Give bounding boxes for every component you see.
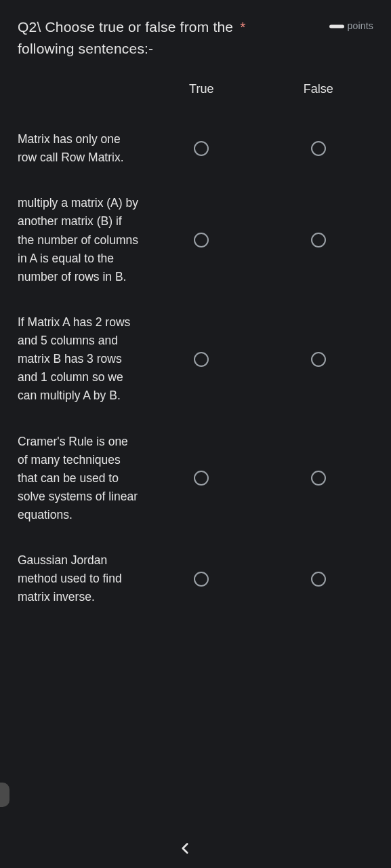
radio-cell bbox=[146, 419, 257, 538]
question-title: 00 popoints Q2\ Choose true or false fro… bbox=[18, 16, 373, 59]
question-title-line1: Q2\ Choose true or false from the bbox=[18, 19, 233, 35]
row-label: multiply a matrix (A) by another matrix … bbox=[18, 180, 140, 300]
radio-cell bbox=[264, 180, 374, 300]
grid-corner-blank bbox=[18, 90, 140, 110]
row-label: Cramer's Rule is one of many techniques … bbox=[18, 419, 140, 538]
radio-cell bbox=[264, 538, 374, 620]
column-header-false: False bbox=[264, 82, 374, 117]
radio-true[interactable] bbox=[194, 141, 209, 156]
points-indicator: 00 popoints bbox=[332, 19, 373, 33]
radio-true[interactable] bbox=[194, 233, 209, 248]
radio-false[interactable] bbox=[311, 572, 326, 587]
radio-true[interactable] bbox=[194, 471, 209, 486]
column-header-true: True bbox=[146, 82, 257, 117]
radio-cell bbox=[146, 300, 257, 419]
radio-true[interactable] bbox=[194, 352, 209, 367]
radio-cell bbox=[264, 419, 374, 538]
radio-false[interactable] bbox=[311, 233, 326, 248]
row-label: Gaussian Jordan method used to find matr… bbox=[18, 538, 140, 620]
question-title-line2: following sentences:- bbox=[18, 41, 153, 56]
row-label: Matrix has only one row call Row Matrix. bbox=[18, 117, 140, 180]
radio-false[interactable] bbox=[311, 141, 326, 156]
radio-cell bbox=[264, 117, 374, 180]
row-label: If Matrix A has 2 rows and 5 columns and… bbox=[18, 300, 140, 419]
chevron-up-icon[interactable] bbox=[173, 837, 197, 860]
side-handle[interactable] bbox=[0, 783, 9, 807]
radio-cell bbox=[146, 538, 257, 620]
required-asterisk: * bbox=[240, 19, 245, 35]
radio-cell bbox=[146, 180, 257, 300]
radio-false[interactable] bbox=[311, 352, 326, 367]
radio-true[interactable] bbox=[194, 572, 209, 587]
radio-cell bbox=[146, 117, 257, 180]
question-card: 00 popoints Q2\ Choose true or false fro… bbox=[0, 0, 391, 620]
radio-cell bbox=[264, 300, 374, 419]
radio-false[interactable] bbox=[311, 471, 326, 486]
true-false-grid: True False Matrix has only one row call … bbox=[18, 82, 373, 620]
